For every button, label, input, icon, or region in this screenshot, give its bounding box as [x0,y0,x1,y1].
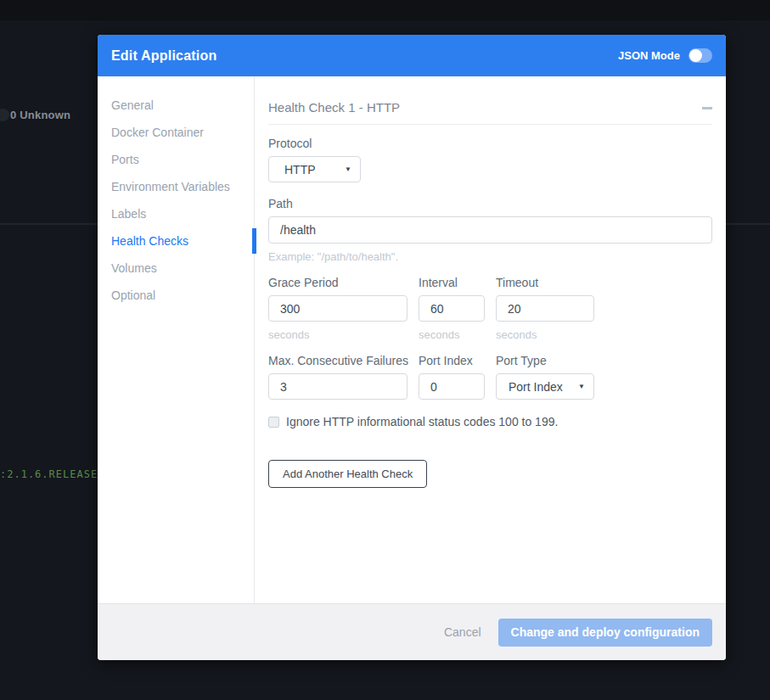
interval-label: Interval [419,275,485,290]
sidebar-item-volumes[interactable]: Volumes [98,255,254,282]
interval-unit: seconds [419,328,485,342]
path-input[interactable] [268,216,712,244]
ignore-http-1xx-row: Ignore HTTP informational status codes 1… [268,415,712,428]
json-mode-toggle[interactable] [689,48,712,63]
background-code-line: :2.1.6.RELEASE", [0,468,112,480]
code-string: :2.1.6.RELEASE" [0,468,104,480]
modal-title: Edit Application [111,48,216,64]
protocol-selected-value: HTTP [284,163,316,176]
timeout-group: Timeout seconds [496,275,594,342]
chevron-down-icon: ▼ [336,165,351,173]
sidebar-item-environment-variables[interactable]: Environment Variables [98,173,254,200]
interval-group: Interval seconds [419,275,485,342]
add-health-check-button[interactable]: Add Another Health Check [268,460,427,488]
modal-body: General Docker Container Ports Environme… [98,76,726,603]
unknown-status-label: 0 Unknown [10,109,70,121]
max-failures-group: Max. Consecutive Failures [268,353,407,400]
modal-header: Edit Application JSON Mode [98,35,726,76]
modal-footer: Cancel Change and deploy configuration [98,603,726,660]
page-top-band [0,0,770,20]
collapse-minus-icon[interactable] [702,107,712,109]
max-failures-input[interactable] [268,373,407,400]
section-title: Health Check 1 - HTTP [268,100,400,115]
sidebar-item-general[interactable]: General [98,92,254,119]
sidebar-item-health-checks[interactable]: Health Checks [98,227,254,255]
path-help-text: Example: "/path/to/health". [268,250,712,264]
chevron-down-icon: ▼ [570,383,585,390]
port-type-select[interactable]: Port Index ▼ [496,373,594,400]
port-index-group: Port Index [419,353,485,400]
health-check-section-header: Health Check 1 - HTTP [268,100,712,125]
timing-row: Grace Period seconds Interval seconds Ti… [268,275,712,342]
edit-application-modal: Edit Application JSON Mode General Docke… [98,35,726,660]
port-index-input[interactable] [419,373,485,400]
timeout-unit: seconds [496,328,594,342]
interval-input[interactable] [419,295,485,322]
max-failures-label: Max. Consecutive Failures [268,353,407,368]
cancel-button[interactable]: Cancel [444,625,481,639]
grace-period-input[interactable] [268,295,407,322]
port-index-label: Port Index [419,353,485,368]
failures-port-row: Max. Consecutive Failures Port Index Por… [268,353,712,400]
ignore-http-1xx-label: Ignore HTTP informational status codes 1… [286,415,558,428]
sidebar-item-ports[interactable]: Ports [98,146,254,173]
timeout-input[interactable] [496,295,594,322]
port-type-selected-value: Port Index [509,380,563,394]
port-type-group: Port Type Port Index ▼ [496,353,594,400]
health-checks-panel: Health Check 1 - HTTP Protocol HTTP ▼ Pa… [255,76,726,603]
path-group: Path Example: "/path/to/health". [268,196,712,264]
sidebar-item-label: Health Checks [111,234,188,248]
change-and-deploy-button[interactable]: Change and deploy configuration [498,619,712,647]
protocol-select[interactable]: HTTP ▼ [268,156,361,182]
protocol-group: Protocol HTTP ▼ [268,136,712,182]
unknown-status: 0 Unknown [10,109,70,121]
active-indicator-bar [252,228,256,254]
sidebar-item-docker-container[interactable]: Docker Container [98,119,254,146]
sidebar-item-optional[interactable]: Optional [98,282,254,309]
modal-sidebar: General Docker Container Ports Environme… [98,76,255,603]
sidebar-item-labels[interactable]: Labels [98,200,254,227]
json-mode-label: JSON Mode [618,49,680,62]
toggle-knob-icon [689,49,702,62]
port-type-label: Port Type [496,353,594,368]
timeout-label: Timeout [496,275,594,290]
path-label: Path [268,196,712,211]
ignore-http-1xx-checkbox[interactable] [268,417,279,428]
json-mode-control: JSON Mode [618,48,712,63]
grace-period-label: Grace Period [268,275,407,290]
grace-period-group: Grace Period seconds [268,275,407,342]
grace-period-unit: seconds [268,328,407,342]
protocol-label: Protocol [268,136,712,151]
status-dot-icon [0,109,9,121]
